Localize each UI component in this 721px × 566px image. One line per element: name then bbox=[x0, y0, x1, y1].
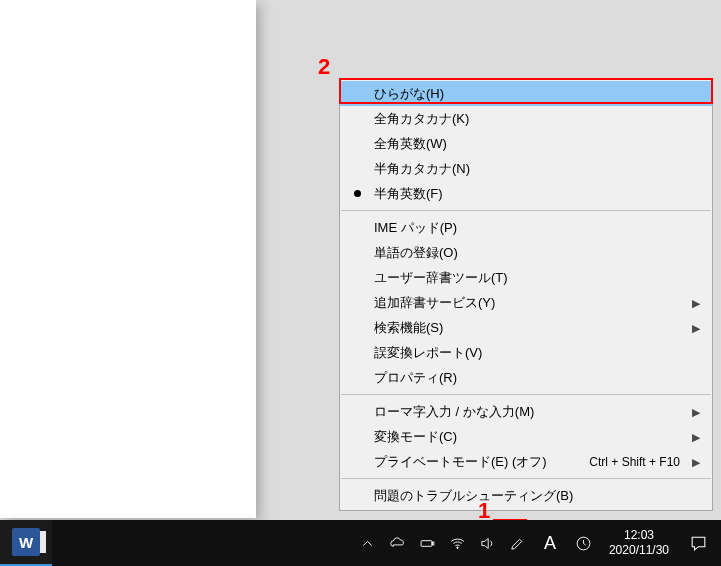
chevron-right-icon: ▶ bbox=[692, 321, 700, 334]
menu-item[interactable]: 問題のトラブルシューティング(B) bbox=[340, 483, 712, 508]
svg-rect-0 bbox=[422, 540, 433, 546]
taskbar-clock[interactable]: 12:03 2020/11/30 bbox=[601, 520, 677, 566]
menu-item-shortcut: Ctrl + Shift + F10 bbox=[589, 455, 680, 469]
menu-separator bbox=[341, 210, 711, 211]
menu-item[interactable]: プロパティ(R) bbox=[340, 365, 712, 390]
tray-overflow-icon[interactable] bbox=[353, 520, 383, 566]
chevron-right-icon: ▶ bbox=[692, 405, 700, 418]
action-center-icon[interactable] bbox=[677, 520, 719, 566]
menu-item[interactable]: 誤変換レポート(V) bbox=[340, 340, 712, 365]
word-icon: W bbox=[12, 528, 40, 556]
menu-item-label: ひらがな(H) bbox=[374, 85, 680, 103]
chevron-right-icon: ▶ bbox=[692, 430, 700, 443]
chevron-right-icon: ▶ bbox=[692, 296, 700, 309]
menu-item-label: 誤変換レポート(V) bbox=[374, 344, 680, 362]
menu-separator bbox=[341, 394, 711, 395]
menu-item[interactable]: 全角カタカナ(K) bbox=[340, 106, 712, 131]
menu-item-label: 単語の登録(O) bbox=[374, 244, 680, 262]
menu-item[interactable]: 半角英数(F) bbox=[340, 181, 712, 206]
menu-item[interactable]: 単語の登録(O) bbox=[340, 240, 712, 265]
menu-item[interactable]: ひらがな(H) bbox=[340, 81, 712, 106]
svg-marker-3 bbox=[482, 538, 488, 548]
menu-item[interactable]: 半角カタカナ(N) bbox=[340, 156, 712, 181]
chevron-right-icon: ▶ bbox=[692, 455, 700, 468]
menu-item[interactable]: ローマ字入力 / かな入力(M)▶ bbox=[340, 399, 712, 424]
clock-time: 12:03 bbox=[624, 528, 654, 543]
word-document-area bbox=[0, 0, 256, 518]
selected-bullet-icon bbox=[354, 190, 361, 197]
menu-item-label: 追加辞書サービス(Y) bbox=[374, 294, 680, 312]
taskbar: W A 12:03 2020/11/30 bbox=[0, 520, 721, 566]
menu-item-label: プロパティ(R) bbox=[374, 369, 680, 387]
clock-icon[interactable] bbox=[567, 525, 601, 561]
menu-item[interactable]: 全角英数(W) bbox=[340, 131, 712, 156]
taskbar-app-word[interactable]: W bbox=[0, 520, 52, 566]
svg-rect-1 bbox=[433, 542, 434, 545]
battery-icon[interactable] bbox=[413, 520, 443, 566]
menu-separator bbox=[341, 478, 711, 479]
menu-item-label: ローマ字入力 / かな入力(M) bbox=[374, 403, 680, 421]
menu-item-label: 半角英数(F) bbox=[374, 185, 680, 203]
menu-item-label: ユーザー辞書ツール(T) bbox=[374, 269, 680, 287]
annotation-label-2: 2 bbox=[318, 54, 330, 80]
menu-item[interactable]: 追加辞書サービス(Y)▶ bbox=[340, 290, 712, 315]
ime-context-menu: ひらがな(H)全角カタカナ(K)全角英数(W)半角カタカナ(N)半角英数(F)I… bbox=[339, 78, 713, 511]
ink-icon[interactable] bbox=[503, 520, 533, 566]
menu-item-label: 検索機能(S) bbox=[374, 319, 680, 337]
menu-item-label: 半角カタカナ(N) bbox=[374, 160, 680, 178]
menu-item-label: 問題のトラブルシューティング(B) bbox=[374, 487, 680, 505]
menu-item-label: 変換モード(C) bbox=[374, 428, 680, 446]
menu-item[interactable]: IME パッド(P) bbox=[340, 215, 712, 240]
system-tray: A 12:03 2020/11/30 bbox=[353, 520, 721, 566]
menu-item[interactable]: ユーザー辞書ツール(T) bbox=[340, 265, 712, 290]
volume-icon[interactable] bbox=[473, 520, 503, 566]
ime-mode-icon[interactable]: A bbox=[533, 525, 567, 561]
menu-item[interactable]: 変換モード(C)▶ bbox=[340, 424, 712, 449]
menu-item-label: IME パッド(P) bbox=[374, 219, 680, 237]
menu-item-label: プライベートモード(E) (オフ) bbox=[374, 453, 577, 471]
menu-item-label: 全角カタカナ(K) bbox=[374, 110, 680, 128]
svg-point-2 bbox=[457, 547, 458, 548]
clock-date: 2020/11/30 bbox=[609, 543, 669, 558]
menu-item-label: 全角英数(W) bbox=[374, 135, 680, 153]
menu-item[interactable]: プライベートモード(E) (オフ)Ctrl + Shift + F10▶ bbox=[340, 449, 712, 474]
wifi-icon[interactable] bbox=[443, 520, 473, 566]
menu-item[interactable]: 検索機能(S)▶ bbox=[340, 315, 712, 340]
onedrive-icon[interactable] bbox=[383, 520, 413, 566]
